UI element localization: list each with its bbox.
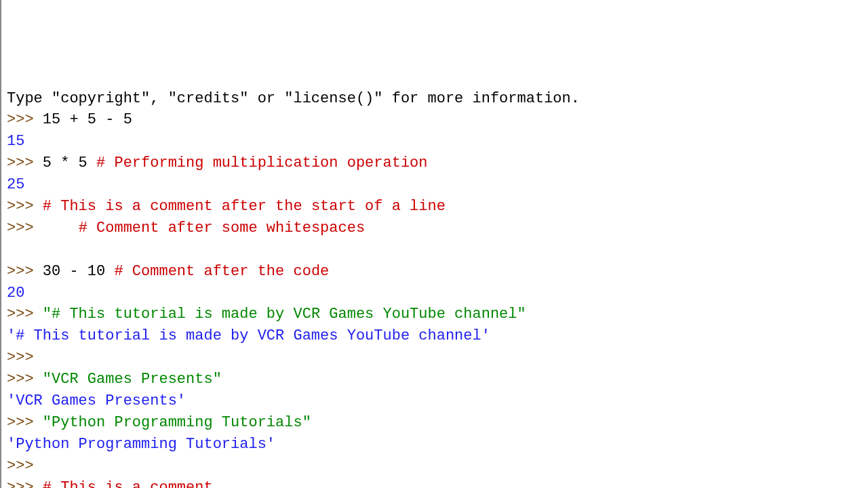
- terminal-line: >>> 5 * 5 # Performing multiplication op…: [7, 152, 868, 174]
- segment-comment: # This is a comment after the start of a…: [43, 198, 446, 215]
- python-shell[interactable]: Type "copyright", "credits" or "license(…: [7, 88, 868, 488]
- terminal-line: >>>: [7, 347, 868, 369]
- terminal-line: 'Python Programming Tutorials': [7, 434, 868, 455]
- segment-string: "Python Programming Tutorials": [43, 414, 311, 431]
- segment-code: 30 - 10: [43, 263, 115, 280]
- terminal-line: >>> 15 + 5 - 5: [7, 109, 868, 131]
- terminal-line: Type "copyright", "credits" or "license(…: [7, 88, 868, 110]
- segment-code: [7, 241, 16, 258]
- segment-comment: # This is a comment: [43, 479, 213, 488]
- terminal-line: >>> "Python Programming Tutorials": [7, 412, 868, 434]
- segment-output: 'Python Programming Tutorials': [7, 436, 275, 453]
- segment-prompt: >>>: [7, 371, 43, 388]
- terminal-line: >>> 30 - 10 # Comment after the code: [7, 261, 868, 283]
- terminal-line: 'VCR Games Presents': [7, 390, 868, 412]
- segment-code: 5 * 5: [43, 155, 96, 171]
- segment-output: 20: [7, 285, 24, 302]
- segment-prompt: >>>: [7, 306, 43, 323]
- segment-output: '# This tutorial is made by VCR Games Yo…: [7, 327, 490, 344]
- terminal-line: 15: [7, 131, 868, 152]
- segment-comment: # Comment after some whitespaces: [79, 220, 365, 237]
- segment-output: 'VCR Games Presents': [7, 392, 186, 409]
- segment-string: "VCR Games Presents": [43, 371, 222, 388]
- segment-prompt: >>>: [7, 349, 43, 366]
- segment-prompt: >>>: [7, 111, 43, 128]
- segment-prompt: >>>: [7, 479, 43, 488]
- segment-prompt: >>>: [7, 198, 43, 215]
- terminal-line: >>> "# This tutorial is made by VCR Game…: [7, 304, 868, 325]
- segment-prompt: >>>: [7, 155, 43, 171]
- terminal-line: >>>: [7, 455, 868, 477]
- segment-code: Type "copyright", "credits" or "license(…: [7, 90, 580, 107]
- terminal-line: >>> # This is a comment after the start …: [7, 196, 868, 218]
- segment-prompt: >>>: [7, 263, 43, 280]
- segment-string: "# This tutorial is made by VCR Games Yo…: [43, 306, 526, 323]
- terminal-line: >>> # This is a comment: [7, 477, 868, 488]
- segment-code: 15 + 5 - 5: [43, 111, 132, 128]
- terminal-line: 25: [7, 174, 868, 196]
- terminal-line: '# This tutorial is made by VCR Games Yo…: [7, 325, 868, 347]
- segment-output: 25: [7, 176, 24, 193]
- segment-prompt: >>>: [7, 220, 79, 237]
- terminal-line: >>> "VCR Games Presents": [7, 369, 868, 390]
- segment-comment: # Performing multiplication operation: [96, 155, 427, 171]
- segment-prompt: >>>: [7, 414, 43, 431]
- segment-comment: # Comment after the code: [114, 263, 329, 280]
- terminal-line: 20: [7, 283, 868, 304]
- terminal-line: [7, 239, 868, 261]
- segment-prompt: >>>: [7, 458, 43, 474]
- segment-output: 15: [7, 133, 24, 150]
- terminal-line: >>> # Comment after some whitespaces: [7, 218, 868, 239]
